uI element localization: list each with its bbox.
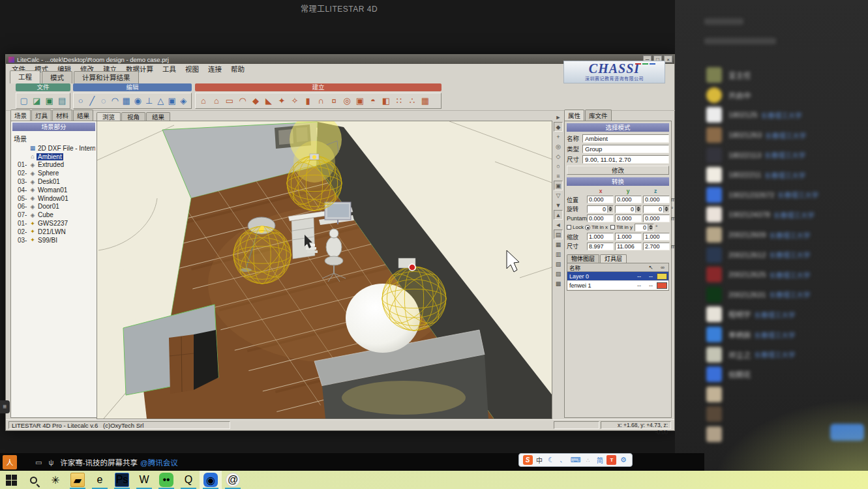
scene-tree-item[interactable]: 02- ✦ D21/LWN: [12, 228, 95, 236]
menu-item[interactable]: 视图: [181, 64, 203, 74]
lock-checkbox[interactable]: [567, 225, 571, 230]
scene-tree-item[interactable]: 03- ✦ S99/BI: [12, 236, 95, 244]
scene-tree-item[interactable]: 03- ◈ Desk01: [12, 177, 95, 186]
member-row[interactable]: 1902124378 长春理工大学: [675, 205, 868, 225]
member-row[interactable]: 呈主任: [675, 65, 868, 85]
value-input[interactable]: 0.000: [587, 215, 614, 222]
ime-icon[interactable]: ⚙: [618, 455, 628, 465]
ime-icon[interactable]: 、: [558, 455, 568, 465]
member-row[interactable]: 200212612 长春理工大学: [675, 244, 868, 265]
menu-item[interactable]: 帮助: [226, 64, 249, 74]
toolbar-icon[interactable]: ▤: [56, 94, 69, 108]
toolbar-icon[interactable]: ⊥: [143, 94, 155, 108]
scene-tree-item[interactable]: ▦ 2D DXF File - Internal Area_dxf: [12, 144, 95, 153]
value-input[interactable]: 0.000: [587, 196, 614, 203]
toolbar-icon[interactable]: ▦: [121, 94, 132, 108]
doc-tab[interactable]: 计算和计算结果: [74, 71, 139, 83]
toolbar-icon[interactable]: ∩: [314, 94, 327, 108]
toolbar-icon[interactable]: ▣: [43, 94, 56, 108]
toolbar-icon[interactable]: ▣: [353, 94, 367, 108]
modify-button[interactable]: 修改: [567, 166, 669, 175]
scene-panel-tab[interactable]: 结果: [73, 110, 93, 121]
member-row[interactable]: 程明宇 长春理工大学: [675, 304, 868, 325]
doc-tab[interactable]: 工程: [10, 70, 40, 83]
layer-tab[interactable]: 物体图层: [567, 254, 599, 263]
member-row[interactable]: [675, 424, 868, 445]
spinner[interactable]: [635, 206, 641, 213]
scene-tree-item[interactable]: 05- ◈ Window01: [12, 194, 95, 203]
value-input[interactable]: 0.000: [615, 215, 642, 222]
property-value[interactable]: Group: [582, 145, 669, 153]
toolbar-icon[interactable]: ▦: [419, 94, 432, 108]
toolbar-icon[interactable]: ⌂: [197, 94, 210, 108]
view-tool-icon[interactable]: ≡: [554, 171, 563, 181]
member-row[interactable]: 200212631 长春理工大学: [675, 285, 868, 305]
layer-tab[interactable]: 灯具层: [600, 254, 627, 263]
toolbar-icon[interactable]: ✧: [288, 94, 301, 108]
ime-icon[interactable]: ☾: [546, 455, 556, 465]
member-row[interactable]: [675, 404, 868, 424]
view-tool-icon[interactable]: ▼: [554, 200, 563, 210]
toolbar-icon[interactable]: ▢: [18, 94, 31, 108]
value-input[interactable]: 8.997: [587, 243, 614, 250]
view-tool-icon[interactable]: ◎: [554, 141, 563, 151]
viewport-tab[interactable]: 视角: [121, 112, 145, 121]
member-row[interactable]: 1802125 长春理工大学: [675, 105, 868, 125]
properties-tab[interactable]: 库文件: [585, 110, 612, 121]
view-tool-icon[interactable]: ▧: [554, 259, 563, 269]
sidebar-handle-icon[interactable]: ≡: [0, 400, 10, 413]
toolbar-icon[interactable]: ╱: [87, 94, 98, 108]
menu-item[interactable]: 工具: [158, 64, 181, 74]
toolbar-icon[interactable]: ◪: [31, 94, 44, 108]
toolbar-icon[interactable]: ◌: [98, 94, 110, 108]
send-button[interactable]: [830, 424, 864, 441]
taskbar-app[interactable]: W: [133, 471, 155, 489]
toolbar-icon[interactable]: ◣: [262, 94, 275, 108]
scene-tree-item[interactable]: 01- ◈ Extruded: [12, 161, 95, 170]
value-input[interactable]: 1.000: [587, 233, 614, 241]
properties-tab[interactable]: 属性: [564, 110, 584, 121]
ime-icon[interactable]: S: [523, 455, 533, 465]
member-row[interactable]: 200212609 长春理工大学: [675, 225, 868, 245]
view-tool-icon[interactable]: ►: [554, 112, 563, 122]
viewport-3d[interactable]: [97, 121, 552, 419]
taskbar-app[interactable]: ▰: [67, 471, 89, 489]
member-row[interactable]: 200212625 长春理工大学: [675, 265, 868, 285]
member-row[interactable]: 18021263 长春理工大学: [675, 125, 868, 145]
layer-row[interactable]: Layer 0 -- --: [567, 272, 668, 281]
mic-icon[interactable]: ψ: [48, 458, 53, 466]
taskbar-app[interactable]: Q: [177, 471, 200, 489]
value-input[interactable]: 11.006: [615, 243, 642, 250]
spinner[interactable]: [607, 206, 613, 213]
taskbar-app[interactable]: ••: [155, 471, 177, 489]
start-button[interactable]: [0, 471, 22, 489]
meeting-app-link[interactable]: @腾讯会议: [140, 457, 178, 467]
toolbar-icon[interactable]: ∷: [393, 94, 406, 108]
toolbar-icon[interactable]: ◆: [249, 94, 262, 108]
menu-item[interactable]: 连接: [203, 64, 226, 74]
view-tool-icon[interactable]: ▨: [554, 269, 563, 278]
taskbar-app[interactable]: Ps: [111, 471, 133, 489]
doc-tab[interactable]: 模式: [42, 71, 72, 83]
toolbar-icon[interactable]: ¤: [327, 94, 340, 108]
share-screen-icon[interactable]: ▭: [35, 458, 42, 467]
taskbar-app[interactable]: ✳: [44, 471, 67, 489]
toolbar-icon[interactable]: ◉: [132, 94, 144, 108]
member-row[interactable]: 倪期花: [675, 364, 868, 385]
toolbar-icon[interactable]: ◈: [178, 94, 190, 108]
value-input[interactable]: 1.000: [615, 233, 642, 241]
toolbar-icon[interactable]: ◎: [340, 94, 353, 108]
toolbar-icon[interactable]: △: [155, 94, 167, 108]
value-input[interactable]: 2.700: [643, 243, 670, 250]
value-input[interactable]: 0.000: [643, 215, 670, 222]
view-tool-icon[interactable]: ◄: [554, 220, 563, 230]
toolbar-icon[interactable]: ◓: [367, 94, 380, 108]
scene-tree-item[interactable]: 04- ◈ Woman01: [12, 186, 95, 194]
viewport-tab[interactable]: 浏览: [97, 112, 121, 121]
value-input[interactable]: 0.000: [615, 196, 642, 203]
member-row[interactable]: 单柄辰 长春理工大学: [675, 325, 868, 345]
ime-icon[interactable]: ∴: [583, 455, 593, 465]
toolbar-icon[interactable]: ○: [75, 94, 87, 108]
scene-panel-tab[interactable]: 材料: [52, 110, 72, 121]
toolbar-icon[interactable]: ◧: [380, 94, 393, 108]
